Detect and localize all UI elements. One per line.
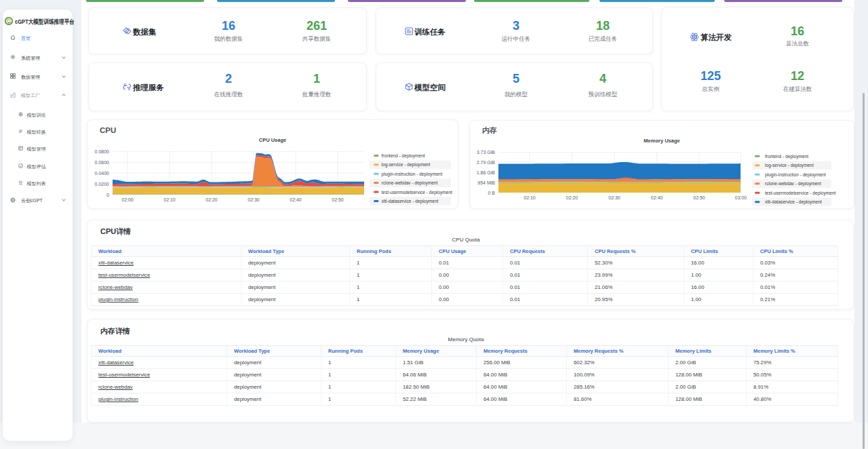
svg-text:02:40: 02:40 — [651, 195, 663, 200]
svg-text:CPU Usage: CPU Usage — [259, 137, 286, 143]
svg-text:frontend - deployment: frontend - deployment — [765, 154, 808, 159]
svg-text:log-service - deployment: log-service - deployment — [382, 162, 431, 168]
svg-text:2.79 GiB: 2.79 GiB — [477, 160, 496, 165]
svg-text:02:20: 02:20 — [566, 195, 578, 200]
svg-text:Memory Usage: Memory Usage — [644, 138, 679, 144]
svg-text:03:00: 03:00 — [735, 195, 747, 200]
svg-text:plugin-instruction - deploymen: plugin-instruction - deployment — [765, 172, 826, 178]
svg-text:02:30: 02:30 — [248, 197, 260, 202]
svg-text:02:40: 02:40 — [290, 197, 302, 202]
svg-text:test-usermodelservice - deploy: test-usermodelservice - deployment — [765, 191, 836, 196]
svg-text:0.0800: 0.0800 — [95, 149, 110, 154]
svg-text:plugin-instruction - deploymen: plugin-instruction - deployment — [382, 172, 443, 177]
svg-text:0 B: 0 B — [488, 191, 495, 195]
svg-text:log-service - deployment: log-service - deployment — [765, 163, 814, 168]
svg-text:0: 0 — [106, 193, 109, 197]
svg-text:02:50: 02:50 — [693, 195, 705, 200]
svg-text:rclone-webdav - deployment: rclone-webdav - deployment — [765, 181, 821, 187]
svg-text:xlti-dataservice - deployment: xlti-dataservice - deployment — [382, 199, 439, 204]
svg-text:02:20: 02:20 — [205, 197, 218, 202]
svg-text:02:50: 02:50 — [332, 197, 344, 202]
svg-text:frontend - deployment: frontend - deployment — [382, 153, 425, 159]
svg-text:test-usermodelservice - deploy: test-usermodelservice - deployment — [382, 190, 453, 195]
svg-text:1.86 GiB: 1.86 GiB — [477, 170, 496, 175]
svg-text:3.73 GiB: 3.73 GiB — [477, 150, 496, 155]
svg-text:0.0200: 0.0200 — [95, 182, 110, 187]
svg-text:02:10: 02:10 — [163, 197, 176, 202]
svg-text:xlti-dataservice - deployment: xlti-dataservice - deployment — [765, 199, 822, 205]
svg-text:rclone-webdav - deployment: rclone-webdav - deployment — [382, 180, 438, 186]
svg-text:0.0600: 0.0600 — [95, 160, 110, 165]
svg-text:02:30: 02:30 — [608, 195, 620, 200]
svg-text:0.0400: 0.0400 — [95, 171, 110, 176]
svg-text:02:10: 02:10 — [524, 195, 536, 200]
svg-text:954 MiB: 954 MiB — [477, 180, 495, 185]
svg-text:02:00: 02:00 — [121, 197, 134, 202]
